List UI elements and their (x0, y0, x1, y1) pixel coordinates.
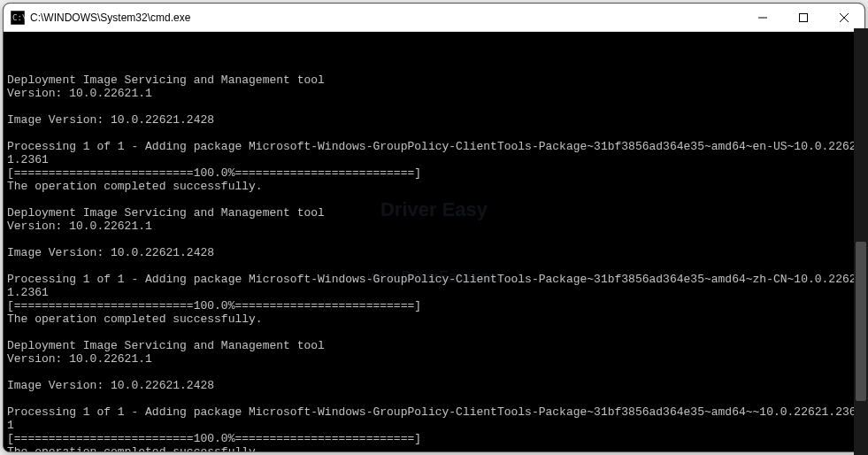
cmd-window: C:\ C:\WINDOWS\System32\cmd.exe Driver E… (3, 3, 865, 452)
processing-3: Processing 1 of 1 - Adding package Micro… (7, 405, 856, 432)
result-2: The operation completed successfully. (7, 312, 263, 326)
result-1: The operation completed successfully. (7, 180, 263, 193)
scrollbar[interactable] (854, 28, 865, 452)
image-version-3: Image Version: 10.0.22621.2428 (7, 379, 214, 392)
svg-rect-3 (800, 13, 808, 21)
processing-1: Processing 1 of 1 - Adding package Micro… (7, 140, 856, 166)
svg-text:C:\: C:\ (12, 13, 25, 22)
dism-header-2: Deployment Image Servicing and Managemen… (7, 206, 325, 220)
dism-header-1: Deployment Image Servicing and Managemen… (7, 73, 325, 87)
dism-version-1: Version: 10.0.22621.1 (7, 87, 152, 100)
terminal-content: Deployment Image Servicing and Managemen… (7, 73, 861, 451)
window-title: C:\WINDOWS\System32\cmd.exe (30, 12, 742, 24)
window-controls (742, 4, 864, 31)
result-3: The operation completed successfully. (7, 445, 263, 451)
cmd-icon: C:\ (11, 11, 25, 25)
minimize-button[interactable] (742, 4, 783, 31)
dism-version-3: Version: 10.0.22621.1 (7, 352, 152, 366)
image-version-2: Image Version: 10.0.22621.2428 (7, 246, 214, 259)
progress-bar-2: [==========================100.0%=======… (7, 299, 421, 312)
titlebar[interactable]: C:\ C:\WINDOWS\System32\cmd.exe (4, 4, 864, 32)
progress-bar-1: [==========================100.0%=======… (7, 166, 421, 180)
progress-bar-3: [==========================100.0%=======… (7, 432, 421, 445)
processing-2: Processing 1 of 1 - Adding package Micro… (7, 273, 856, 299)
maximize-button[interactable] (783, 4, 824, 31)
scrollbar-thumb[interactable] (856, 242, 865, 401)
dism-header-3: Deployment Image Servicing and Managemen… (7, 339, 325, 352)
terminal-area[interactable]: Driver Easy www.DriverEasy.com Deploymen… (4, 32, 864, 451)
image-version-1: Image Version: 10.0.22621.2428 (7, 113, 214, 127)
dism-version-2: Version: 10.0.22621.1 (7, 220, 152, 233)
close-button[interactable] (824, 4, 864, 31)
